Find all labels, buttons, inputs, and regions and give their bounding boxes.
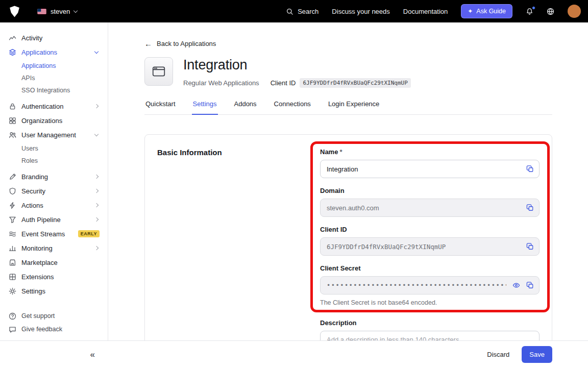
- description-field: Description: [320, 319, 540, 340]
- sidebar-subitem-applications[interactable]: Applications: [0, 60, 108, 72]
- secret-helper-text: The Client Secret is not base64 encoded.: [320, 299, 540, 306]
- chevron-right-icon: [94, 246, 99, 250]
- reveal-secret-button[interactable]: [512, 282, 520, 289]
- back-link[interactable]: ← Back to Applications: [144, 40, 216, 47]
- authentication-icon: [8, 102, 16, 110]
- section-title: Basic Information: [157, 148, 320, 157]
- sidebar-item-applications[interactable]: Applications: [0, 45, 108, 59]
- security-icon: [8, 187, 16, 195]
- description-textarea[interactable]: [320, 331, 540, 340]
- support-icon: [8, 312, 16, 320]
- sidebar-item-security[interactable]: Security: [0, 184, 108, 198]
- discard-button[interactable]: Discard: [484, 350, 512, 359]
- chevron-right-icon: [94, 175, 99, 179]
- tenant-switcher[interactable]: steven: [34, 7, 80, 16]
- sparkle-icon: ✦: [468, 8, 473, 14]
- user-avatar[interactable]: [568, 5, 581, 18]
- auth0-logo[interactable]: [8, 5, 21, 18]
- client-id-chip[interactable]: 6JF9YDDfrD4fRVxBUaQFc29tXINqmUP: [300, 78, 410, 88]
- sidebar-item-branding[interactable]: Branding: [0, 169, 108, 184]
- tab-addons[interactable]: Addons: [233, 100, 258, 115]
- sidebar-subitem-users[interactable]: Users: [0, 142, 108, 155]
- sidebar-item-marketplace[interactable]: Marketplace: [0, 255, 108, 269]
- search-label: Search: [298, 8, 318, 15]
- us-flag-icon: [37, 9, 46, 14]
- required-asterisk: *: [339, 148, 342, 156]
- sidebar-item-settings[interactable]: Settings: [0, 284, 108, 298]
- sidebar-item-user-management[interactable]: User Management: [0, 128, 108, 142]
- copy-name-button[interactable]: [526, 165, 534, 173]
- client-secret-input[interactable]: [320, 276, 540, 295]
- back-arrow-icon: ←: [144, 40, 152, 47]
- sidebar-item-actions[interactable]: Actions: [0, 198, 108, 212]
- chevron-down-icon: [94, 49, 99, 53]
- sidebar-item-event-streams[interactable]: Event Streams EARLY: [0, 227, 108, 241]
- applications-icon: [8, 48, 16, 56]
- extensions-icon: [8, 273, 16, 281]
- client-id-input[interactable]: [320, 237, 540, 256]
- tab-connections[interactable]: Connections: [273, 100, 312, 115]
- client-id-field: Client ID: [320, 226, 540, 256]
- tab-quickstart[interactable]: Quickstart: [144, 100, 177, 115]
- application-avatar: [144, 57, 173, 86]
- sidebar-item-auth-pipeline[interactable]: Auth Pipeline: [0, 212, 108, 227]
- topbar: steven Search Discuss your needs Documen…: [0, 0, 588, 22]
- ask-guide-label: Ask Guide: [476, 8, 506, 15]
- page-title: Integration: [183, 57, 411, 73]
- sidebar-item-authentication[interactable]: Authentication: [0, 99, 108, 113]
- sidebar-subitem-sso-integrations[interactable]: SSO Integrations: [0, 84, 108, 96]
- basic-info-card: Basic Information Name*: [144, 134, 552, 340]
- branding-icon: [8, 173, 16, 181]
- tab-login-experience[interactable]: Login Experience: [327, 100, 380, 115]
- search-button[interactable]: Search: [286, 8, 318, 15]
- sidebar-item-monitoring[interactable]: Monitoring: [0, 241, 108, 255]
- copy-icon: [526, 243, 534, 251]
- feedback-icon: [8, 325, 16, 333]
- user-management-icon: [8, 131, 16, 139]
- organizations-icon: [8, 116, 16, 125]
- ask-guide-button[interactable]: ✦ Ask Guide: [461, 4, 512, 18]
- sidebar-item-activity[interactable]: Activity: [0, 31, 108, 45]
- monitoring-icon: [8, 244, 16, 252]
- copy-icon: [526, 165, 534, 173]
- highlighted-fields-group: Name* Domain: [320, 148, 540, 306]
- bottom-bar: « Discard Save: [0, 340, 588, 368]
- notifications-button[interactable]: [526, 8, 533, 15]
- copy-secret-button[interactable]: [526, 282, 534, 289]
- save-button[interactable]: Save: [522, 346, 552, 363]
- app-type-label: Regular Web Applications: [183, 79, 259, 87]
- copy-client-id-button[interactable]: [526, 243, 534, 251]
- sidebar-item-get-support[interactable]: Get support: [0, 309, 108, 323]
- domain-input[interactable]: [320, 199, 540, 217]
- sidebar-subitem-roles[interactable]: Roles: [0, 155, 108, 167]
- chevron-down-icon: [74, 8, 78, 12]
- sidebar-item-give-feedback[interactable]: Give feedback: [0, 323, 108, 336]
- sidebar-item-extensions[interactable]: Extensions: [0, 269, 108, 284]
- discuss-needs-link[interactable]: Discuss your needs: [332, 8, 389, 15]
- early-badge: EARLY: [78, 230, 100, 237]
- name-field-label: Name*: [320, 148, 540, 156]
- search-icon: [286, 8, 293, 15]
- tab-settings[interactable]: Settings: [192, 100, 218, 115]
- tabs: Quickstart Settings Addons Connections L…: [144, 100, 552, 115]
- chevron-down-icon: [94, 132, 99, 136]
- domain-field-label: Domain: [320, 187, 540, 194]
- name-input[interactable]: [320, 160, 540, 178]
- name-field: Name*: [320, 148, 540, 178]
- documentation-link[interactable]: Documentation: [403, 8, 448, 15]
- copy-icon: [526, 204, 534, 212]
- activity-icon: [8, 34, 16, 42]
- domain-field: Domain: [320, 187, 540, 217]
- chevron-right-icon: [94, 189, 99, 193]
- client-id-field-label: Client ID: [320, 226, 540, 233]
- app-window-icon: [151, 64, 166, 79]
- actions-icon: [8, 201, 16, 209]
- sidebar-collapse-button[interactable]: «: [86, 348, 99, 362]
- sidebar: Activity Applications Applications APIs …: [0, 22, 108, 340]
- copy-domain-button[interactable]: [526, 204, 534, 212]
- sidebar-item-organizations[interactable]: Organizations: [0, 113, 108, 128]
- globe-icon: [547, 8, 554, 15]
- language-button[interactable]: [547, 8, 554, 15]
- sidebar-subitem-apis[interactable]: APIs: [0, 72, 108, 84]
- app-header: Integration Regular Web Applications Cli…: [144, 57, 552, 88]
